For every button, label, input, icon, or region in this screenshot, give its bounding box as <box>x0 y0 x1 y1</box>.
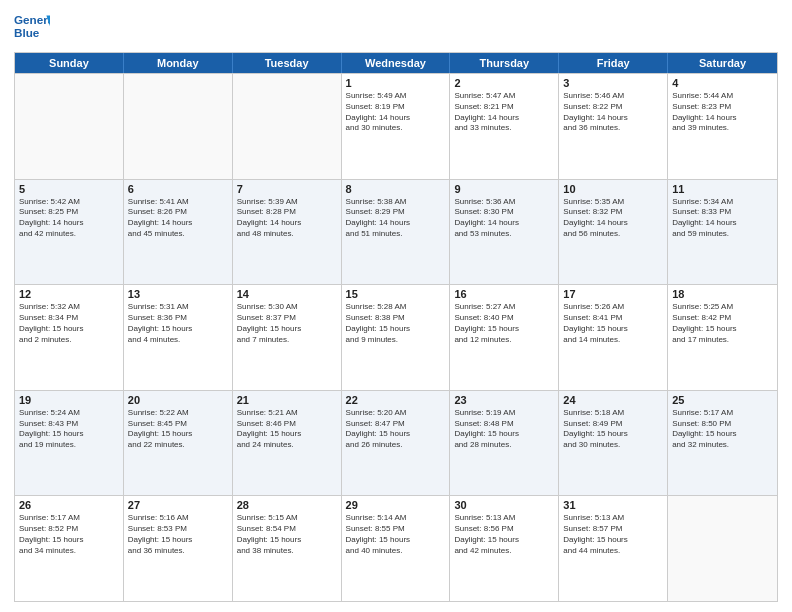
day-number: 3 <box>563 77 663 89</box>
calendar-day-23: 23Sunrise: 5:19 AM Sunset: 8:48 PM Dayli… <box>450 391 559 496</box>
calendar-header-row: SundayMondayTuesdayWednesdayThursdayFrid… <box>15 53 777 73</box>
day-number: 1 <box>346 77 446 89</box>
header: General Blue <box>14 10 778 46</box>
day-info: Sunrise: 5:25 AM Sunset: 8:42 PM Dayligh… <box>672 302 773 345</box>
day-info: Sunrise: 5:27 AM Sunset: 8:40 PM Dayligh… <box>454 302 554 345</box>
calendar-day-15: 15Sunrise: 5:28 AM Sunset: 8:38 PM Dayli… <box>342 285 451 390</box>
calendar-day-9: 9Sunrise: 5:36 AM Sunset: 8:30 PM Daylig… <box>450 180 559 285</box>
calendar-day-16: 16Sunrise: 5:27 AM Sunset: 8:40 PM Dayli… <box>450 285 559 390</box>
calendar-header-thursday: Thursday <box>450 53 559 73</box>
day-info: Sunrise: 5:49 AM Sunset: 8:19 PM Dayligh… <box>346 91 446 134</box>
calendar-day-empty <box>233 74 342 179</box>
calendar-day-31: 31Sunrise: 5:13 AM Sunset: 8:57 PM Dayli… <box>559 496 668 601</box>
calendar-day-19: 19Sunrise: 5:24 AM Sunset: 8:43 PM Dayli… <box>15 391 124 496</box>
calendar-day-empty <box>668 496 777 601</box>
calendar-day-13: 13Sunrise: 5:31 AM Sunset: 8:36 PM Dayli… <box>124 285 233 390</box>
day-info: Sunrise: 5:30 AM Sunset: 8:37 PM Dayligh… <box>237 302 337 345</box>
day-info: Sunrise: 5:32 AM Sunset: 8:34 PM Dayligh… <box>19 302 119 345</box>
calendar-day-18: 18Sunrise: 5:25 AM Sunset: 8:42 PM Dayli… <box>668 285 777 390</box>
day-info: Sunrise: 5:17 AM Sunset: 8:50 PM Dayligh… <box>672 408 773 451</box>
day-number: 23 <box>454 394 554 406</box>
calendar-day-30: 30Sunrise: 5:13 AM Sunset: 8:56 PM Dayli… <box>450 496 559 601</box>
day-number: 20 <box>128 394 228 406</box>
calendar-header-tuesday: Tuesday <box>233 53 342 73</box>
calendar-week-3: 12Sunrise: 5:32 AM Sunset: 8:34 PM Dayli… <box>15 284 777 390</box>
calendar-day-2: 2Sunrise: 5:47 AM Sunset: 8:21 PM Daylig… <box>450 74 559 179</box>
day-info: Sunrise: 5:31 AM Sunset: 8:36 PM Dayligh… <box>128 302 228 345</box>
day-info: Sunrise: 5:36 AM Sunset: 8:30 PM Dayligh… <box>454 197 554 240</box>
day-number: 27 <box>128 499 228 511</box>
day-info: Sunrise: 5:20 AM Sunset: 8:47 PM Dayligh… <box>346 408 446 451</box>
calendar-day-25: 25Sunrise: 5:17 AM Sunset: 8:50 PM Dayli… <box>668 391 777 496</box>
day-info: Sunrise: 5:24 AM Sunset: 8:43 PM Dayligh… <box>19 408 119 451</box>
day-info: Sunrise: 5:14 AM Sunset: 8:55 PM Dayligh… <box>346 513 446 556</box>
calendar-week-5: 26Sunrise: 5:17 AM Sunset: 8:52 PM Dayli… <box>15 495 777 601</box>
day-number: 25 <box>672 394 773 406</box>
calendar-day-6: 6Sunrise: 5:41 AM Sunset: 8:26 PM Daylig… <box>124 180 233 285</box>
calendar-day-empty <box>124 74 233 179</box>
day-info: Sunrise: 5:17 AM Sunset: 8:52 PM Dayligh… <box>19 513 119 556</box>
svg-text:Blue: Blue <box>14 26 40 39</box>
day-info: Sunrise: 5:34 AM Sunset: 8:33 PM Dayligh… <box>672 197 773 240</box>
calendar-day-22: 22Sunrise: 5:20 AM Sunset: 8:47 PM Dayli… <box>342 391 451 496</box>
logo: General Blue <box>14 10 50 46</box>
calendar-day-28: 28Sunrise: 5:15 AM Sunset: 8:54 PM Dayli… <box>233 496 342 601</box>
day-number: 5 <box>19 183 119 195</box>
calendar-day-empty <box>15 74 124 179</box>
day-number: 7 <box>237 183 337 195</box>
calendar-day-7: 7Sunrise: 5:39 AM Sunset: 8:28 PM Daylig… <box>233 180 342 285</box>
day-number: 13 <box>128 288 228 300</box>
calendar-day-5: 5Sunrise: 5:42 AM Sunset: 8:25 PM Daylig… <box>15 180 124 285</box>
day-number: 2 <box>454 77 554 89</box>
calendar-header-sunday: Sunday <box>15 53 124 73</box>
day-info: Sunrise: 5:41 AM Sunset: 8:26 PM Dayligh… <box>128 197 228 240</box>
day-number: 22 <box>346 394 446 406</box>
day-number: 29 <box>346 499 446 511</box>
calendar-week-2: 5Sunrise: 5:42 AM Sunset: 8:25 PM Daylig… <box>15 179 777 285</box>
calendar-day-21: 21Sunrise: 5:21 AM Sunset: 8:46 PM Dayli… <box>233 391 342 496</box>
day-info: Sunrise: 5:39 AM Sunset: 8:28 PM Dayligh… <box>237 197 337 240</box>
logo-icon: General Blue <box>14 10 50 46</box>
day-info: Sunrise: 5:13 AM Sunset: 8:57 PM Dayligh… <box>563 513 663 556</box>
day-number: 8 <box>346 183 446 195</box>
day-info: Sunrise: 5:21 AM Sunset: 8:46 PM Dayligh… <box>237 408 337 451</box>
calendar-day-29: 29Sunrise: 5:14 AM Sunset: 8:55 PM Dayli… <box>342 496 451 601</box>
day-info: Sunrise: 5:46 AM Sunset: 8:22 PM Dayligh… <box>563 91 663 134</box>
day-number: 31 <box>563 499 663 511</box>
calendar-day-3: 3Sunrise: 5:46 AM Sunset: 8:22 PM Daylig… <box>559 74 668 179</box>
calendar: SundayMondayTuesdayWednesdayThursdayFrid… <box>14 52 778 602</box>
day-info: Sunrise: 5:38 AM Sunset: 8:29 PM Dayligh… <box>346 197 446 240</box>
day-number: 15 <box>346 288 446 300</box>
calendar-day-14: 14Sunrise: 5:30 AM Sunset: 8:37 PM Dayli… <box>233 285 342 390</box>
day-info: Sunrise: 5:22 AM Sunset: 8:45 PM Dayligh… <box>128 408 228 451</box>
day-number: 28 <box>237 499 337 511</box>
calendar-day-20: 20Sunrise: 5:22 AM Sunset: 8:45 PM Dayli… <box>124 391 233 496</box>
calendar-header-friday: Friday <box>559 53 668 73</box>
day-number: 19 <box>19 394 119 406</box>
calendar-day-8: 8Sunrise: 5:38 AM Sunset: 8:29 PM Daylig… <box>342 180 451 285</box>
calendar-day-26: 26Sunrise: 5:17 AM Sunset: 8:52 PM Dayli… <box>15 496 124 601</box>
day-number: 18 <box>672 288 773 300</box>
day-info: Sunrise: 5:47 AM Sunset: 8:21 PM Dayligh… <box>454 91 554 134</box>
day-number: 12 <box>19 288 119 300</box>
calendar-header-wednesday: Wednesday <box>342 53 451 73</box>
day-info: Sunrise: 5:42 AM Sunset: 8:25 PM Dayligh… <box>19 197 119 240</box>
day-info: Sunrise: 5:13 AM Sunset: 8:56 PM Dayligh… <box>454 513 554 556</box>
day-number: 17 <box>563 288 663 300</box>
day-number: 6 <box>128 183 228 195</box>
day-info: Sunrise: 5:16 AM Sunset: 8:53 PM Dayligh… <box>128 513 228 556</box>
day-info: Sunrise: 5:19 AM Sunset: 8:48 PM Dayligh… <box>454 408 554 451</box>
day-number: 24 <box>563 394 663 406</box>
day-number: 30 <box>454 499 554 511</box>
calendar-day-24: 24Sunrise: 5:18 AM Sunset: 8:49 PM Dayli… <box>559 391 668 496</box>
calendar-header-monday: Monday <box>124 53 233 73</box>
day-number: 21 <box>237 394 337 406</box>
day-info: Sunrise: 5:18 AM Sunset: 8:49 PM Dayligh… <box>563 408 663 451</box>
day-info: Sunrise: 5:28 AM Sunset: 8:38 PM Dayligh… <box>346 302 446 345</box>
day-number: 10 <box>563 183 663 195</box>
day-number: 26 <box>19 499 119 511</box>
calendar-body: 1Sunrise: 5:49 AM Sunset: 8:19 PM Daylig… <box>15 73 777 601</box>
calendar-day-17: 17Sunrise: 5:26 AM Sunset: 8:41 PM Dayli… <box>559 285 668 390</box>
calendar-day-10: 10Sunrise: 5:35 AM Sunset: 8:32 PM Dayli… <box>559 180 668 285</box>
day-info: Sunrise: 5:44 AM Sunset: 8:23 PM Dayligh… <box>672 91 773 134</box>
